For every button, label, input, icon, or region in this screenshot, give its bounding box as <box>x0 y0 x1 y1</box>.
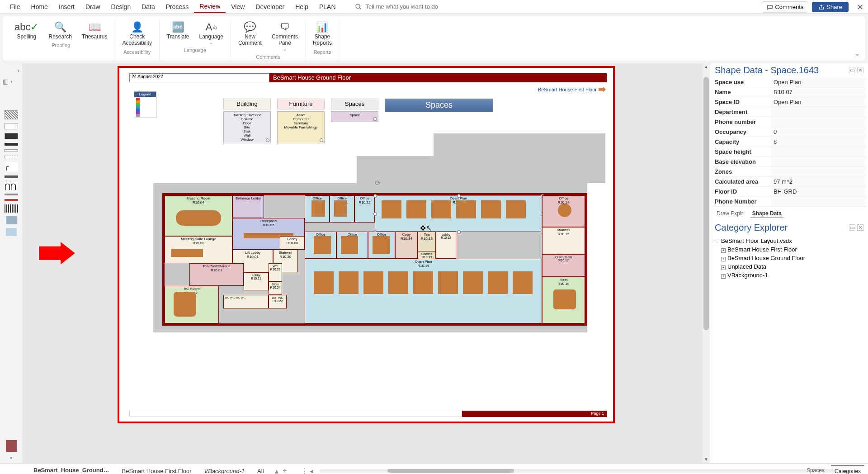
shape-stencil-4[interactable] <box>5 143 18 146</box>
shape-reports-button[interactable]: 📊Shape Reports <box>310 19 335 48</box>
share-button[interactable]: Share <box>812 2 849 12</box>
room-tea-post[interactable]: Tea/Post/StorageR10.01 <box>189 263 244 286</box>
menu-developer[interactable]: Developer <box>250 1 290 12</box>
menu-plan[interactable]: PLAN <box>314 1 341 12</box>
floor-plan[interactable]: Meeting RoomR10.04 Entrance Lobby Recept… <box>153 147 587 341</box>
value-space-use[interactable]: Open Plan <box>771 77 866 87</box>
shapes-expand-icon[interactable]: › <box>17 67 19 74</box>
menu-review[interactable]: Review <box>194 1 226 13</box>
tree-item-ground-floor[interactable]: +BeSmart House Ground Floor <box>715 254 863 262</box>
shape-stencil-9[interactable]: ⋂⋂ <box>5 182 18 190</box>
menu-insert[interactable]: Insert <box>53 1 80 12</box>
value-area[interactable]: 97 m^2 <box>771 177 866 186</box>
shapes-more-icon[interactable]: ▾ <box>10 455 12 460</box>
br-tab-spaces[interactable]: Spaces <box>803 465 828 474</box>
sheet-tab-first[interactable]: BeSmart House First Floor <box>116 465 198 474</box>
value-capacity[interactable]: 8 <box>771 137 866 147</box>
room-quiet[interactable]: Quiet RoomR10.17 <box>542 254 585 277</box>
room-lobby-12[interactable]: LobbyR10.12 <box>436 232 456 259</box>
shape-stencil-11[interactable] <box>5 199 18 201</box>
canvas-area[interactable]: 24 August 2022 BeSmart House Ground Floo… <box>23 63 710 463</box>
tab-draw-explorer[interactable]: Draw Explr <box>715 209 745 218</box>
rotate-handle-icon[interactable]: ⟳ <box>375 179 381 187</box>
shape-stencil-3[interactable] <box>5 133 18 139</box>
shape-swatch-1[interactable] <box>6 216 17 224</box>
translate-button[interactable]: 🔤Translate <box>164 19 192 47</box>
value-elevation[interactable] <box>771 157 866 166</box>
room-dis-wc[interactable]: Dis. WCR10.22 <box>269 295 287 308</box>
new-comment-button[interactable]: 💬New Comment <box>236 19 264 53</box>
value-phone[interactable] <box>771 117 866 127</box>
shape-swatch-2[interactable] <box>6 228 17 236</box>
shape-stencil-6[interactable] <box>5 156 18 158</box>
tile-furniture[interactable]: Furniture <box>277 99 325 109</box>
value-height[interactable] <box>771 147 866 156</box>
menu-home[interactable]: Home <box>26 1 53 12</box>
thesaurus-button[interactable]: 📖Thesaurus <box>79 19 110 42</box>
room-entrance-lobby[interactable]: Entrance Lobby <box>232 195 264 218</box>
tree-toggle-icon[interactable]: - <box>715 240 719 244</box>
comments-pane-button[interactable]: 🗨Comments Pane⌄ <box>269 19 301 53</box>
shape-swatch-3[interactable] <box>6 440 17 452</box>
panel-close-icon-2[interactable]: ✕ <box>857 224 863 231</box>
tree-item-first-floor[interactable]: +BeSmart House First Floor <box>715 245 863 254</box>
language-button[interactable]: AあLanguage⌄ <box>196 19 226 47</box>
ribbon-collapse-icon[interactable]: ⌄ <box>854 50 860 57</box>
comments-button[interactable]: Comments <box>762 1 808 13</box>
room-wc-23[interactable]: WCR10.23 <box>269 263 282 281</box>
menu-help[interactable]: Help <box>290 1 314 12</box>
scroll-down-icon[interactable]: ▼ <box>703 456 710 463</box>
menu-draw[interactable]: Draw <box>80 1 106 12</box>
value-department[interactable] <box>771 107 866 117</box>
tree-root[interactable]: -BeSmart Floor Layout.vsdx <box>715 237 863 245</box>
sheet-up-icon[interactable]: ▴ <box>275 467 278 474</box>
close-icon[interactable]: ✕ <box>857 2 863 12</box>
room-lobby-06[interactable]: LobbyR10.06 <box>280 236 305 250</box>
value-name[interactable]: R10.07 <box>771 87 866 97</box>
panel-dock-icon-2[interactable]: ▭ <box>849 224 855 231</box>
value-floor-id[interactable]: BH-GRD <box>771 187 866 196</box>
panel-dock-icon[interactable]: ▭ <box>849 67 855 73</box>
add-sheet-icon[interactable]: + <box>283 467 287 474</box>
subtile-furniture[interactable]: AssetComputerFurnitureMovable Furnishing… <box>277 111 325 143</box>
menu-view[interactable]: View <box>226 1 250 12</box>
horizontal-scrollbar[interactable] <box>320 468 837 474</box>
shape-stencil-2[interactable] <box>5 123 18 129</box>
canvas-scrollbar[interactable]: ▲ ▼ <box>703 63 710 463</box>
shapes-pane-icon[interactable]: ▥ › <box>3 78 13 85</box>
room-office-32[interactable]: OfficeR10.32 <box>354 195 375 223</box>
shape-stencil-7[interactable]: ╭ <box>5 162 18 172</box>
room-store[interactable]: StoreR10.24 <box>269 281 282 295</box>
shape-stencil-1[interactable] <box>5 110 18 119</box>
value-space-id[interactable]: Open Plan <box>771 97 866 107</box>
room-wc-row[interactable]: WCWCWCWC <box>223 295 269 308</box>
panel-close-icon[interactable]: ✕ <box>857 67 863 73</box>
tile-spaces-large[interactable]: Spaces <box>385 99 493 112</box>
value-occupancy[interactable]: 0 <box>771 127 866 137</box>
menu-process[interactable]: Process <box>160 1 194 12</box>
sheet-tab-all[interactable]: All <box>251 465 270 474</box>
tree-item-unplaced[interactable]: +Unplaced Data <box>715 262 863 271</box>
room-stairwell-15[interactable]: StairwellR10.15 <box>542 227 585 254</box>
tile-spaces[interactable]: Spaces <box>331 99 378 109</box>
sheet-scroll-left-icon[interactable]: ⋮ ◂ <box>301 467 313 474</box>
search-input[interactable] <box>366 3 547 10</box>
research-button[interactable]: 🔍Research <box>46 19 74 42</box>
scroll-up-icon[interactable]: ▲ <box>703 63 710 71</box>
first-floor-link[interactable]: BeSmart House First Floor <box>538 87 606 92</box>
value-phone2[interactable] <box>771 197 866 206</box>
shape-stencil-5[interactable] <box>5 149 18 152</box>
tile-building[interactable]: Building <box>223 99 271 109</box>
subtile-spaces[interactable]: Space <box>331 111 378 122</box>
shape-stencil-12[interactable] <box>5 204 18 213</box>
shape-stencil-8[interactable] <box>5 175 18 178</box>
menu-file[interactable]: File <box>5 1 26 12</box>
value-zones[interactable] <box>771 167 866 176</box>
drawing-page[interactable]: 24 August 2022 BeSmart House Ground Floo… <box>118 66 615 423</box>
sheet-tab-vbackground[interactable]: VBackground-1 <box>198 465 251 474</box>
br-tab-categories[interactable]: Categories <box>831 465 864 474</box>
tree-item-vbackground[interactable]: +VBackground-1 <box>715 271 863 280</box>
shape-stencil-10[interactable] <box>5 194 18 195</box>
subtile-building[interactable]: Building EnvelopeColumnDoorSiteStairWall… <box>223 111 271 143</box>
menu-data[interactable]: Data <box>136 1 160 12</box>
